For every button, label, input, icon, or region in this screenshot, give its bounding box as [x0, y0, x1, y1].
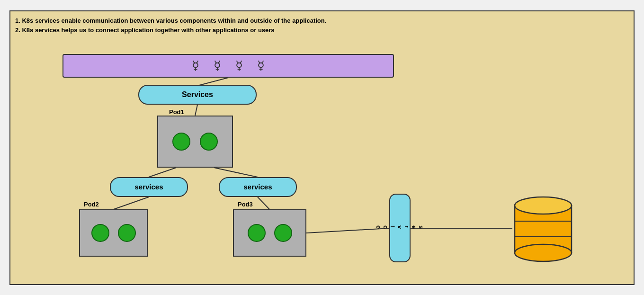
pod2-circle-1	[91, 224, 109, 242]
info-line1: 1. K8s services enable communication bet…	[15, 16, 326, 26]
pod3-circle-1	[248, 224, 266, 242]
svg-line-5	[258, 197, 269, 209]
pod3-label: Pod3	[238, 201, 253, 208]
svg-line-1	[195, 105, 197, 116]
svg-point-11	[515, 197, 572, 214]
user-icon-4: ☿	[257, 58, 265, 73]
services-right-box: services	[219, 177, 297, 197]
pod2-box	[79, 209, 148, 257]
pod3-box	[233, 209, 306, 257]
pod1-circle-1	[172, 133, 190, 151]
services-left-label: services	[134, 183, 163, 191]
pod1-box	[157, 116, 233, 168]
pod2-circle-2	[118, 224, 136, 242]
service-vertical-label: service	[375, 225, 425, 230]
user-icon-3: ☿	[235, 58, 243, 73]
users-bar: ☿ ☿ ☿ ☿	[63, 54, 394, 78]
svg-line-3	[214, 168, 258, 177]
database-svg	[512, 194, 574, 262]
pod1-label: Pod1	[169, 108, 184, 116]
services-top-box: Services	[138, 85, 257, 105]
info-line2: 2. K8s services helps us to connect appl…	[15, 26, 326, 36]
pod1-circle-2	[200, 133, 218, 151]
services-right-label: services	[243, 183, 272, 191]
user-icon-2: ☿	[214, 58, 221, 73]
svg-line-4	[114, 197, 149, 209]
svg-point-12	[515, 244, 572, 261]
services-left-box: services	[110, 177, 188, 197]
info-text: 1. K8s services enable communication bet…	[15, 16, 326, 36]
service-vertical-box: service	[389, 194, 411, 262]
user-icon-1: ☿	[192, 58, 199, 73]
diagram-container: 1. K8s services enable communication bet…	[9, 10, 635, 285]
svg-line-0	[197, 78, 228, 86]
services-top-label: Services	[182, 90, 213, 99]
pod2-label: Pod2	[84, 201, 99, 208]
database-container	[512, 194, 574, 262]
svg-line-2	[149, 168, 176, 177]
pod3-circle-2	[274, 224, 292, 242]
